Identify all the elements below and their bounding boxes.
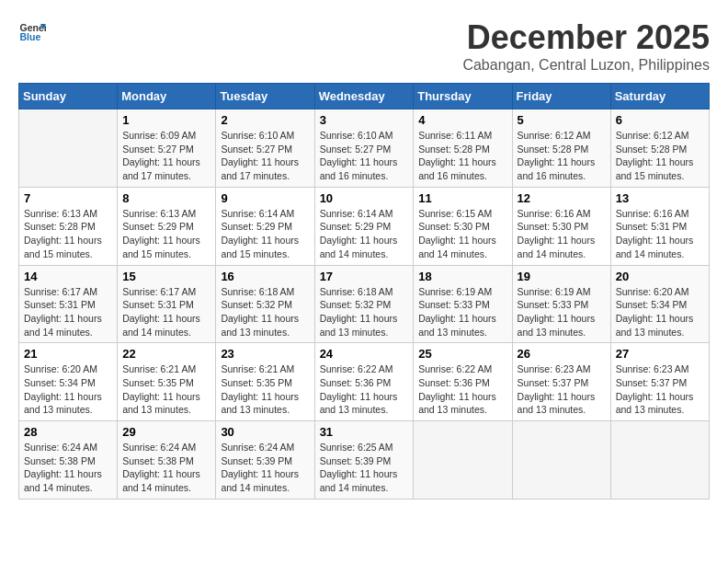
day-number: 7	[24, 191, 112, 205]
day-detail: Sunrise: 6:10 AMSunset: 5:27 PMDaylight:…	[221, 129, 309, 183]
day-header-monday: Monday	[118, 84, 216, 109]
day-detail: Sunrise: 6:19 AMSunset: 5:33 PMDaylight:…	[518, 285, 606, 339]
day-detail: Sunrise: 6:13 AMSunset: 5:28 PMDaylight:…	[24, 207, 112, 261]
day-number: 23	[221, 347, 309, 361]
calendar-cell: 3Sunrise: 6:10 AMSunset: 5:27 PMDaylight…	[314, 109, 414, 188]
calendar-cell: 28Sunrise: 6:24 AMSunset: 5:38 PMDayligh…	[19, 421, 118, 500]
day-detail: Sunrise: 6:24 AMSunset: 5:39 PMDaylight:…	[221, 441, 309, 495]
day-header-thursday: Thursday	[414, 84, 512, 109]
calendar-cell: 15Sunrise: 6:17 AMSunset: 5:31 PMDayligh…	[118, 265, 216, 343]
day-number: 15	[122, 270, 210, 283]
calendar-cell: 16Sunrise: 6:18 AMSunset: 5:32 PMDayligh…	[216, 265, 314, 343]
calendar-cell: 25Sunrise: 6:22 AMSunset: 5:36 PMDayligh…	[414, 343, 512, 421]
day-number: 31	[320, 425, 409, 439]
calendar-cell	[610, 421, 709, 500]
logo-icon: General Blue	[18, 18, 46, 46]
day-detail: Sunrise: 6:19 AMSunset: 5:33 PMDaylight:…	[418, 285, 506, 339]
day-header-sunday: Sunday	[19, 84, 118, 109]
day-number: 5	[518, 113, 606, 127]
calendar-cell: 30Sunrise: 6:24 AMSunset: 5:39 PMDayligh…	[216, 421, 314, 500]
day-number: 18	[418, 270, 506, 283]
day-detail: Sunrise: 6:22 AMSunset: 5:36 PMDaylight:…	[320, 362, 409, 417]
calendar-cell: 29Sunrise: 6:24 AMSunset: 5:38 PMDayligh…	[118, 421, 216, 500]
calendar-cell: 8Sunrise: 6:13 AMSunset: 5:29 PMDaylight…	[118, 187, 216, 265]
day-number: 27	[616, 347, 704, 361]
calendar-cell: 23Sunrise: 6:21 AMSunset: 5:35 PMDayligh…	[216, 343, 314, 421]
day-number: 3	[320, 113, 409, 127]
calendar-cell: 20Sunrise: 6:20 AMSunset: 5:34 PMDayligh…	[610, 265, 709, 343]
day-header-saturday: Saturday	[610, 84, 709, 109]
header: General Blue December 2025 Cabangan, Cen…	[18, 18, 710, 74]
calendar-cell: 5Sunrise: 6:12 AMSunset: 5:28 PMDaylight…	[512, 109, 610, 188]
day-number: 30	[221, 425, 309, 439]
calendar-cell: 6Sunrise: 6:12 AMSunset: 5:28 PMDaylight…	[610, 109, 709, 188]
calendar-cell: 12Sunrise: 6:16 AMSunset: 5:30 PMDayligh…	[512, 187, 610, 265]
day-number: 9	[221, 191, 309, 205]
calendar-cell	[19, 109, 118, 188]
day-detail: Sunrise: 6:14 AMSunset: 5:29 PMDaylight:…	[221, 207, 309, 261]
day-number: 4	[418, 113, 506, 127]
day-detail: Sunrise: 6:15 AMSunset: 5:30 PMDaylight:…	[418, 207, 506, 261]
day-number: 20	[616, 270, 704, 283]
day-number: 16	[221, 270, 309, 283]
calendar-cell: 26Sunrise: 6:23 AMSunset: 5:37 PMDayligh…	[512, 343, 610, 421]
calendar-header-row: SundayMondayTuesdayWednesdayThursdayFrid…	[19, 84, 710, 109]
calendar-cell: 22Sunrise: 6:21 AMSunset: 5:35 PMDayligh…	[118, 343, 216, 421]
day-number: 22	[122, 347, 210, 361]
calendar-body: 1Sunrise: 6:09 AMSunset: 5:27 PMDaylight…	[19, 109, 710, 500]
logo: General Blue	[18, 18, 46, 46]
day-header-tuesday: Tuesday	[216, 84, 314, 109]
calendar-cell: 4Sunrise: 6:11 AMSunset: 5:28 PMDaylight…	[414, 109, 512, 188]
day-detail: Sunrise: 6:24 AMSunset: 5:38 PMDaylight:…	[24, 441, 112, 495]
day-detail: Sunrise: 6:14 AMSunset: 5:29 PMDaylight:…	[320, 207, 409, 261]
calendar-week-row: 21Sunrise: 6:20 AMSunset: 5:34 PMDayligh…	[19, 343, 710, 421]
day-header-friday: Friday	[512, 84, 610, 109]
calendar-cell	[414, 421, 512, 500]
calendar-cell: 14Sunrise: 6:17 AMSunset: 5:31 PMDayligh…	[19, 265, 118, 343]
day-number: 13	[616, 191, 704, 205]
day-number: 14	[24, 270, 112, 283]
calendar-cell: 9Sunrise: 6:14 AMSunset: 5:29 PMDaylight…	[216, 187, 314, 265]
calendar-cell: 17Sunrise: 6:18 AMSunset: 5:32 PMDayligh…	[314, 265, 414, 343]
calendar-cell: 18Sunrise: 6:19 AMSunset: 5:33 PMDayligh…	[414, 265, 512, 343]
calendar-week-row: 14Sunrise: 6:17 AMSunset: 5:31 PMDayligh…	[19, 265, 710, 343]
day-detail: Sunrise: 6:21 AMSunset: 5:35 PMDaylight:…	[221, 362, 309, 417]
day-detail: Sunrise: 6:23 AMSunset: 5:37 PMDaylight:…	[518, 362, 606, 417]
day-number: 19	[518, 270, 606, 283]
calendar-cell: 7Sunrise: 6:13 AMSunset: 5:28 PMDaylight…	[19, 187, 118, 265]
day-detail: Sunrise: 6:13 AMSunset: 5:29 PMDaylight:…	[122, 207, 210, 261]
day-detail: Sunrise: 6:21 AMSunset: 5:35 PMDaylight:…	[122, 362, 210, 417]
day-detail: Sunrise: 6:23 AMSunset: 5:37 PMDaylight:…	[616, 362, 704, 417]
calendar-week-row: 1Sunrise: 6:09 AMSunset: 5:27 PMDaylight…	[19, 109, 710, 188]
day-number: 8	[122, 191, 210, 205]
day-detail: Sunrise: 6:12 AMSunset: 5:28 PMDaylight:…	[616, 129, 704, 183]
calendar-subtitle: Cabangan, Central Luzon, Philippines	[462, 57, 710, 74]
calendar-title: December 2025	[462, 18, 710, 57]
day-detail: Sunrise: 6:12 AMSunset: 5:28 PMDaylight:…	[518, 129, 606, 183]
day-number: 2	[221, 113, 309, 127]
day-number: 17	[320, 270, 409, 283]
day-number: 24	[320, 347, 409, 361]
day-number: 1	[122, 113, 210, 127]
calendar-cell: 24Sunrise: 6:22 AMSunset: 5:36 PMDayligh…	[314, 343, 414, 421]
day-detail: Sunrise: 6:17 AMSunset: 5:31 PMDaylight:…	[122, 285, 210, 339]
day-detail: Sunrise: 6:09 AMSunset: 5:27 PMDaylight:…	[122, 129, 210, 183]
day-number: 6	[616, 113, 704, 127]
calendar-week-row: 28Sunrise: 6:24 AMSunset: 5:38 PMDayligh…	[19, 421, 710, 500]
day-number: 10	[320, 191, 409, 205]
calendar-cell: 2Sunrise: 6:10 AMSunset: 5:27 PMDaylight…	[216, 109, 314, 188]
day-number: 28	[24, 425, 112, 439]
day-detail: Sunrise: 6:18 AMSunset: 5:32 PMDaylight:…	[221, 285, 309, 339]
title-section: December 2025 Cabangan, Central Luzon, P…	[462, 18, 710, 74]
day-number: 29	[122, 425, 210, 439]
day-detail: Sunrise: 6:20 AMSunset: 5:34 PMDaylight:…	[616, 285, 704, 339]
day-detail: Sunrise: 6:25 AMSunset: 5:39 PMDaylight:…	[320, 441, 409, 495]
day-number: 11	[418, 191, 506, 205]
day-number: 25	[418, 347, 506, 361]
calendar-cell	[512, 421, 610, 500]
day-detail: Sunrise: 6:16 AMSunset: 5:30 PMDaylight:…	[518, 207, 606, 261]
day-detail: Sunrise: 6:22 AMSunset: 5:36 PMDaylight:…	[418, 362, 506, 417]
calendar-cell: 1Sunrise: 6:09 AMSunset: 5:27 PMDaylight…	[118, 109, 216, 188]
calendar-table: SundayMondayTuesdayWednesdayThursdayFrid…	[18, 83, 710, 500]
calendar-cell: 27Sunrise: 6:23 AMSunset: 5:37 PMDayligh…	[610, 343, 709, 421]
